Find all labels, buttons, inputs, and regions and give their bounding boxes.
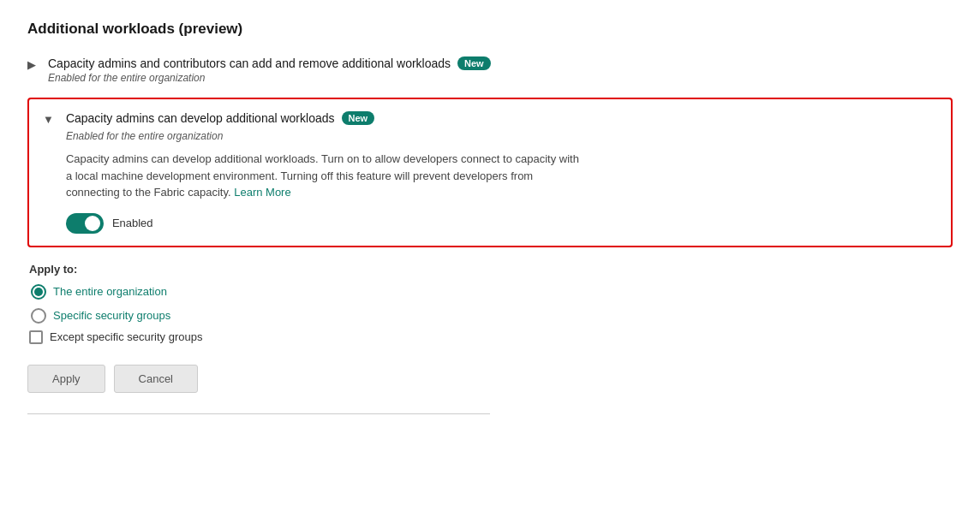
item1-content: Capacity admins and contributors can add… [48,56,491,84]
toggle-row: Enabled [66,213,580,234]
divider [27,413,490,414]
item1-title: Capacity admins and contributors can add… [48,56,451,70]
item1-title-row: Capacity admins and contributors can add… [48,56,491,70]
item2-badge: New [342,111,375,125]
toggle-label: Enabled [112,217,153,229]
item2-expanded-card: ▼ Capacity admins can develop additional… [27,98,953,247]
chevron-right-icon[interactable]: ▶ [27,58,36,71]
cancel-button[interactable]: Cancel [114,365,198,393]
radio-group: The entire organization Specific securit… [31,284,953,324]
item1-subtitle: Enabled for the entire organization [48,72,491,84]
checkbox-except-groups-label: Except specific security groups [50,330,202,343]
radio-specific-groups-input[interactable] [31,308,46,324]
radio-entire-org[interactable]: The entire organization [31,284,953,300]
item2-content: Capacity admins can develop additional w… [66,111,580,234]
enabled-toggle[interactable] [66,213,104,234]
item2-subtitle: Enabled for the entire organization [66,130,580,142]
item2-title: Capacity admins can develop additional w… [66,111,335,125]
button-row: Apply Cancel [27,365,953,393]
item2-description: Capacity admins can develop additional w… [66,151,580,201]
apply-to-section: Apply to: The entire organization Specif… [29,263,953,344]
item2-title-row: Capacity admins can develop additional w… [66,111,580,125]
apply-to-label: Apply to: [29,263,953,276]
radio-specific-groups[interactable]: Specific security groups [31,308,953,324]
learn-more-link[interactable]: Learn More [234,186,290,199]
radio-entire-org-input[interactable] [31,284,46,300]
radio-entire-org-label: The entire organization [53,285,167,298]
item1-badge: New [457,56,491,70]
apply-button[interactable]: Apply [27,365,105,393]
checkbox-except-groups[interactable]: Except specific security groups [29,330,953,344]
item1-row: ▶ Capacity admins and contributors can a… [27,53,953,87]
chevron-down-icon[interactable]: ▼ [43,113,54,126]
checkbox-except-groups-input[interactable] [29,330,43,344]
page-title: Additional workloads (preview) [27,21,953,38]
radio-specific-groups-label: Specific security groups [53,309,170,322]
